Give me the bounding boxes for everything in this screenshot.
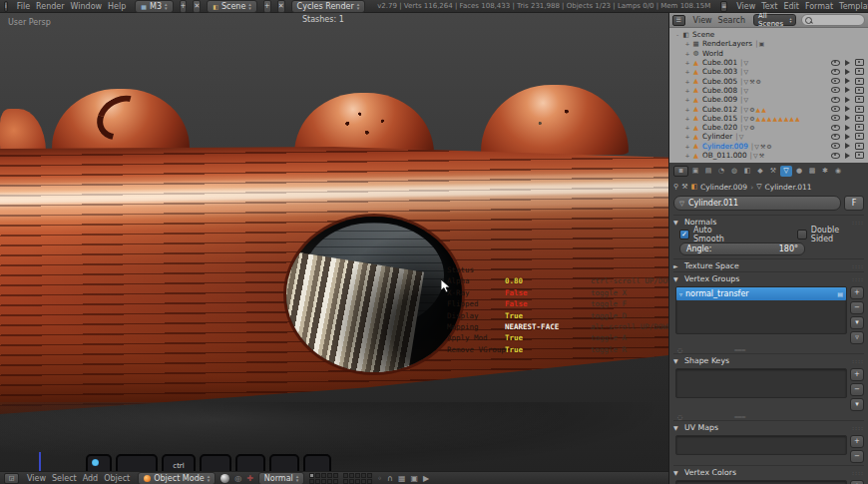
expand-toggle-icon[interactable]: + [683, 124, 691, 131]
manipulator-icon[interactable]: ✛ [246, 474, 253, 483]
breadcrumb-object[interactable]: Cylinder.009 [700, 183, 747, 192]
outliner-item-label[interactable]: Cube.005 [702, 77, 737, 86]
screen-layout-selector[interactable]: ▦ M3 ▴▾ [135, 0, 173, 13]
view3d-editor-type-icon[interactable]: ◲ [4, 473, 19, 484]
layer-cell[interactable] [327, 473, 332, 478]
panel-drag-grip[interactable]: :::: [852, 469, 864, 476]
layer-cell[interactable] [321, 479, 326, 484]
tab-particles-icon[interactable]: ✱ [819, 166, 831, 177]
uv-maps-list[interactable] [675, 435, 847, 455]
outliner-row[interactable]: +◍World [669, 49, 868, 58]
pivot-point-icon[interactable]: ◎ [234, 474, 241, 483]
outliner-item-label[interactable]: Cube.012 [702, 105, 737, 114]
datablock-name-field[interactable]: ▽ Cylinder.011 [673, 196, 841, 211]
list-resize-grip[interactable]: ═══ [734, 346, 745, 353]
visibility-eye-icon[interactable] [831, 106, 840, 112]
outliner-item-label[interactable]: Cube.009 [702, 95, 737, 104]
layer-cell[interactable] [349, 479, 354, 484]
text-menu-edit[interactable]: Edit [780, 2, 802, 11]
visibility-eye-icon[interactable] [831, 69, 840, 75]
outliner-item-label[interactable]: Cube.008 [702, 86, 737, 95]
visibility-eye-icon[interactable] [831, 78, 840, 84]
visibility-eye-icon[interactable] [831, 60, 840, 66]
viewport-shading-icon[interactable] [220, 474, 229, 483]
layer-cell[interactable] [367, 473, 372, 478]
expand-toggle-icon[interactable]: + [683, 143, 691, 150]
renderability-camera-icon[interactable] [855, 106, 864, 113]
tab-render-icon[interactable]: ▣ [689, 166, 701, 177]
outliner-row[interactable]: +▲Cube.015|▽⚙▲▲▲▲▲▲▲▲ [669, 114, 868, 123]
expand-toggle-icon[interactable]: + [683, 133, 691, 140]
outliner-row[interactable]: +▲Cube.012|▽⚙▲▲ [669, 104, 868, 113]
selectability-arrow-icon[interactable] [845, 60, 850, 66]
outliner-item-label[interactable]: Cube.020 [702, 123, 737, 132]
info-menu-file[interactable]: File [14, 2, 33, 11]
outliner-row[interactable]: +▲Cube.008|▽ [669, 86, 868, 95]
layout-add-button[interactable]: + [180, 0, 188, 13]
expand-toggle-icon[interactable]: + [683, 152, 691, 159]
uvmap-remove-button[interactable]: − [850, 450, 864, 463]
panel-vertex-colors-header[interactable]: ▼ Vertex Colors :::: [673, 465, 864, 478]
vcol-add-button[interactable]: + [850, 480, 864, 484]
tab-scene-icon[interactable]: ◔ [715, 166, 727, 177]
scene-selector[interactable]: ◧ Scene ▴▾ [207, 0, 257, 13]
opengl-render-anim-icon[interactable]: ▶ [423, 474, 429, 483]
tab-object-data-icon[interactable]: ▽ [780, 166, 792, 177]
layer-cell[interactable] [333, 479, 338, 484]
visibility-eye-icon[interactable] [831, 153, 840, 159]
breadcrumb-data[interactable]: Cylinder.011 [765, 183, 812, 192]
text-menu-view[interactable]: View [733, 2, 758, 11]
outliner-row[interactable]: +▦RenderLayers|▣ [669, 39, 868, 48]
panel-vertex-groups-header[interactable]: ▼ Vertex Groups :::: [673, 271, 864, 284]
scene-add-button[interactable]: + [263, 0, 271, 13]
view3d-menu-object[interactable]: Object [101, 474, 133, 483]
tab-object-icon[interactable]: ◧ [741, 166, 753, 177]
pin-icon[interactable]: ⚲ [673, 183, 678, 191]
panel-texture-space-header[interactable]: ► Texture Space :::: [673, 258, 864, 271]
info-menu-window[interactable]: Window [68, 2, 106, 11]
outliner-row[interactable]: +▲Cube.005|▽⚒⚙ [669, 76, 868, 85]
panel-uv-maps-header[interactable]: ▼ UV Maps :::: [673, 420, 864, 433]
layer-cell[interactable] [333, 473, 338, 478]
renderability-camera-icon[interactable] [855, 59, 864, 66]
expand-toggle-icon[interactable]: + [683, 59, 691, 66]
text-editor-type-icon[interactable]: ≡ [720, 1, 727, 12]
renderability-camera-icon[interactable] [855, 96, 864, 103]
view3d-menu-add[interactable]: Add [80, 474, 102, 483]
tab-physics-icon[interactable]: ◉ [832, 166, 844, 177]
outliner-row[interactable]: +▲Cube.009|▽ [669, 95, 868, 104]
outliner-row[interactable]: +▲Cube.001|▽ [669, 58, 868, 67]
visibility-eye-icon[interactable] [831, 134, 840, 140]
selectability-arrow-icon[interactable] [845, 69, 850, 75]
transform-orientation-selector[interactable]: Normal ▴▾ [258, 472, 304, 484]
render-engine-selector[interactable]: Cycles Render ▴▾ [291, 0, 366, 13]
expand-toggle-icon[interactable]: + [683, 78, 691, 85]
snap-magnet-icon[interactable]: ∩ [387, 474, 393, 483]
vgroup-specials-button[interactable]: ▾ [850, 316, 864, 329]
vertex-colors-list[interactable] [675, 480, 847, 484]
selectability-arrow-icon[interactable] [845, 153, 850, 159]
fake-user-button[interactable]: F [844, 196, 864, 211]
tab-world-icon[interactable]: ◍ [728, 166, 740, 177]
visibility-eye-icon[interactable] [831, 115, 840, 121]
outliner-item-label[interactable]: World [702, 49, 723, 58]
lock-to-scene-icon[interactable]: ◦ [377, 474, 382, 483]
scene-delete-button[interactable]: ✕ [277, 0, 285, 13]
layers-grid-2[interactable] [343, 473, 372, 484]
selectability-arrow-icon[interactable] [845, 125, 850, 131]
visibility-eye-icon[interactable] [831, 143, 840, 149]
selectability-arrow-icon[interactable] [845, 106, 850, 112]
info-menu-render[interactable]: Render [33, 2, 67, 11]
viewport-3d[interactable]: User Persp Stashes: 1 StatusAlpha0.80ctr… [0, 13, 668, 471]
info-menu-help[interactable]: Help [105, 2, 129, 11]
mode-selector[interactable]: Object Mode ▴▾ [138, 472, 216, 484]
vgroup-add-button[interactable]: + [850, 286, 864, 299]
info-editor-type-icon[interactable]: i [4, 1, 8, 12]
outliner-editor-type-icon[interactable]: ☰ [672, 15, 685, 26]
layer-cell[interactable] [315, 473, 320, 478]
auto-smooth-checkbox[interactable]: ✓ [679, 230, 689, 240]
layer-cell[interactable] [355, 473, 360, 478]
outliner-item-label[interactable]: RenderLayers [702, 39, 752, 48]
outliner-row[interactable]: +▲OB_011.000|▽⚒ [669, 151, 868, 160]
layer-cell[interactable] [309, 473, 314, 478]
